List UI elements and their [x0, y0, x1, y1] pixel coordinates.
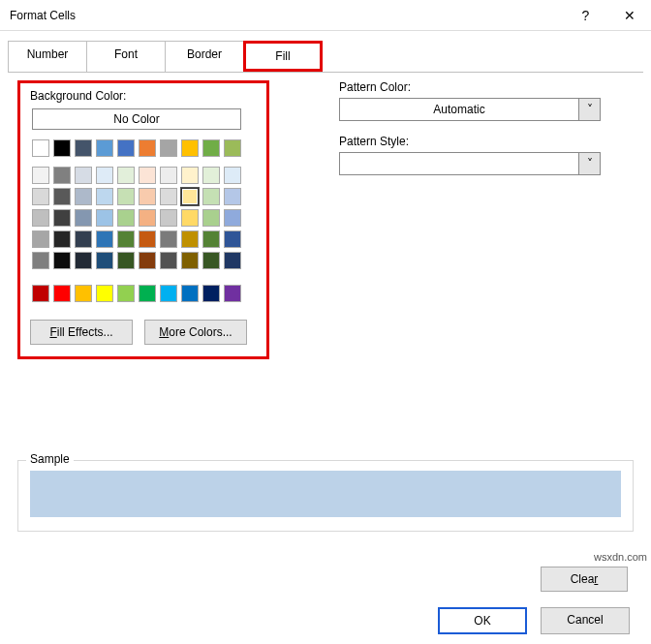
color-swatch[interactable]	[53, 139, 71, 157]
tab-number[interactable]: Number	[8, 41, 87, 72]
cancel-button[interactable]: Cancel	[541, 607, 630, 634]
color-swatch[interactable]	[160, 285, 177, 302]
color-swatch[interactable]	[181, 230, 199, 248]
sample-group: Sample	[17, 460, 634, 532]
color-swatch[interactable]	[75, 285, 92, 302]
pattern-color-label: Pattern Color:	[339, 80, 601, 94]
chevron-down-icon[interactable]: ˅	[578, 99, 600, 120]
pattern-style-label: Pattern Style:	[339, 135, 601, 148]
theme-color-row	[30, 138, 257, 159]
pattern-style-combo[interactable]: ˅	[339, 152, 601, 175]
ok-button[interactable]: OK	[438, 607, 527, 634]
color-swatch[interactable]	[160, 188, 177, 205]
color-swatch[interactable]	[75, 209, 92, 227]
color-swatch[interactable]	[117, 209, 135, 227]
color-swatch[interactable]	[117, 139, 135, 157]
window-title: Format Cells	[10, 9, 564, 22]
color-swatch[interactable]	[117, 230, 135, 248]
color-swatch[interactable]	[224, 209, 241, 227]
color-swatch[interactable]	[117, 285, 135, 302]
color-swatch[interactable]	[224, 230, 241, 248]
pattern-color-combo[interactable]: Automatic ˅	[339, 98, 601, 121]
color-swatch[interactable]	[32, 285, 49, 302]
color-swatch[interactable]	[160, 167, 177, 184]
color-swatch[interactable]	[96, 167, 113, 184]
color-swatch[interactable]	[75, 252, 92, 269]
color-swatch[interactable]	[224, 167, 241, 184]
color-swatch[interactable]	[202, 230, 220, 248]
color-swatch[interactable]	[224, 252, 241, 269]
color-swatch[interactable]	[181, 167, 199, 184]
chevron-down-icon[interactable]: ˅	[578, 153, 600, 174]
color-swatch[interactable]	[53, 285, 71, 302]
no-color-button[interactable]: No Color	[32, 108, 241, 130]
color-swatch[interactable]	[202, 188, 220, 205]
background-color-group: Background Color: No Color Fill Effects.…	[17, 80, 269, 359]
dialog-buttons: OK Cancel	[438, 607, 630, 634]
color-swatch[interactable]	[160, 230, 177, 248]
color-swatch[interactable]	[160, 252, 177, 269]
color-swatch[interactable]	[160, 139, 177, 157]
color-swatch[interactable]	[202, 209, 220, 227]
color-swatch[interactable]	[32, 252, 49, 269]
color-swatch[interactable]	[96, 285, 113, 302]
color-swatch[interactable]	[202, 167, 220, 184]
theme-tints-grid	[30, 165, 257, 271]
color-swatch[interactable]	[75, 167, 92, 184]
color-swatch[interactable]	[32, 167, 49, 184]
color-swatch[interactable]	[181, 188, 199, 205]
tab-font[interactable]: Font	[86, 41, 166, 72]
color-swatch[interactable]	[117, 188, 135, 205]
color-swatch[interactable]	[224, 285, 241, 302]
help-icon[interactable]: ?	[564, 0, 607, 31]
color-swatch[interactable]	[75, 230, 92, 248]
color-swatch[interactable]	[224, 139, 241, 157]
color-swatch[interactable]	[75, 139, 92, 157]
color-swatch[interactable]	[181, 285, 199, 302]
sample-label: Sample	[26, 452, 74, 466]
fill-effects-button[interactable]: Fill Effects...	[30, 320, 133, 345]
color-swatch[interactable]	[117, 252, 135, 269]
color-swatch[interactable]	[75, 188, 92, 205]
color-swatch[interactable]	[139, 188, 156, 205]
color-swatch[interactable]	[96, 209, 113, 227]
color-swatch[interactable]	[139, 209, 156, 227]
color-swatch[interactable]	[181, 209, 199, 227]
tab-bar: Number Font Border Fill	[8, 41, 643, 73]
color-swatch[interactable]	[53, 209, 71, 227]
color-swatch[interactable]	[32, 230, 49, 248]
more-colors-button[interactable]: More Colors...	[144, 320, 247, 345]
color-swatch[interactable]	[53, 188, 71, 205]
color-swatch[interactable]	[53, 167, 71, 184]
sample-preview	[30, 471, 621, 517]
title-bar: Format Cells ? ✕	[0, 0, 651, 31]
color-swatch[interactable]	[53, 252, 71, 269]
tab-border[interactable]: Border	[165, 41, 244, 72]
color-swatch[interactable]	[96, 139, 113, 157]
color-swatch[interactable]	[139, 167, 156, 184]
color-swatch[interactable]	[181, 139, 199, 157]
pattern-column: Pattern Color: Automatic ˅ Pattern Style…	[339, 80, 601, 189]
color-swatch[interactable]	[96, 230, 113, 248]
color-swatch[interactable]	[32, 188, 49, 205]
color-swatch[interactable]	[32, 209, 49, 227]
color-swatch[interactable]	[117, 167, 135, 184]
color-swatch[interactable]	[139, 230, 156, 248]
watermark: wsxdn.com	[594, 551, 647, 563]
tab-fill[interactable]: Fill	[243, 41, 323, 72]
close-icon[interactable]: ✕	[607, 0, 651, 31]
color-swatch[interactable]	[202, 285, 220, 302]
color-swatch[interactable]	[139, 139, 156, 157]
color-swatch[interactable]	[139, 252, 156, 269]
color-swatch[interactable]	[96, 188, 113, 205]
color-swatch[interactable]	[202, 252, 220, 269]
clear-button[interactable]: Clear	[541, 567, 628, 592]
color-swatch[interactable]	[202, 139, 220, 157]
color-swatch[interactable]	[224, 188, 241, 205]
color-swatch[interactable]	[53, 230, 71, 248]
color-swatch[interactable]	[181, 252, 199, 269]
color-swatch[interactable]	[96, 252, 113, 269]
color-swatch[interactable]	[32, 139, 49, 157]
color-swatch[interactable]	[160, 209, 177, 227]
color-swatch[interactable]	[139, 285, 156, 302]
